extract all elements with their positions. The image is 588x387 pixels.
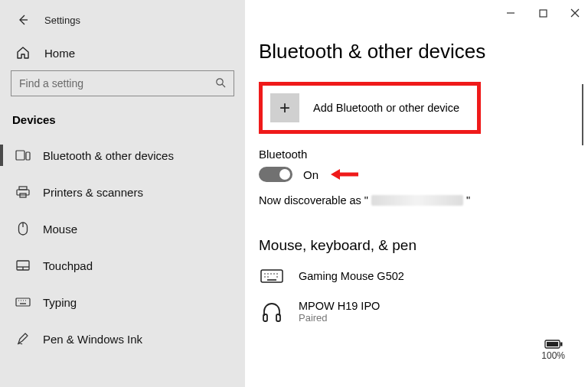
pen-icon bbox=[15, 332, 31, 346]
annotation-arrow-icon bbox=[329, 167, 360, 182]
window-title: Settings bbox=[44, 15, 80, 26]
svg-rect-3 bbox=[16, 151, 24, 160]
nav-section-label: Devices bbox=[0, 110, 245, 137]
home-icon bbox=[15, 46, 31, 60]
discoverable-text: Now discoverable as " " bbox=[259, 194, 565, 207]
redacted-name bbox=[371, 195, 463, 206]
device-row[interactable]: Gaming Mouse G502 bbox=[259, 266, 565, 297]
battery-indicator: 100% bbox=[541, 340, 565, 361]
device-status: Paired bbox=[299, 312, 380, 324]
device-name: Gaming Mouse G502 bbox=[299, 270, 404, 282]
svg-rect-36 bbox=[276, 314, 280, 321]
bluetooth-toggle-row: On bbox=[259, 167, 565, 182]
device-section-title: Mouse, keyboard, & pen bbox=[259, 237, 565, 254]
add-device-button[interactable]: + Add Bluetooth or other device bbox=[259, 82, 481, 134]
device-row[interactable]: MPOW H19 IPO Paired bbox=[259, 297, 565, 337]
svg-point-33 bbox=[276, 276, 278, 278]
home-label: Home bbox=[44, 47, 75, 60]
window-controls bbox=[505, 8, 580, 18]
close-icon bbox=[570, 8, 580, 18]
nav-list: Bluetooth & other devices Printers & sca… bbox=[0, 137, 245, 357]
devices-icon bbox=[15, 149, 31, 161]
nav-item-typing[interactable]: Typing bbox=[0, 284, 245, 320]
svg-marker-24 bbox=[331, 169, 340, 180]
printer-icon bbox=[15, 186, 31, 198]
sidebar: Settings Home Devices Bluetooth & other … bbox=[0, 0, 245, 387]
svg-line-2 bbox=[222, 84, 225, 87]
svg-rect-39 bbox=[560, 343, 563, 346]
svg-rect-35 bbox=[263, 314, 267, 321]
svg-point-28 bbox=[270, 273, 272, 275]
bluetooth-toggle[interactable] bbox=[259, 167, 292, 182]
svg-point-26 bbox=[264, 273, 266, 275]
nav-label: Mouse bbox=[43, 223, 77, 236]
toggle-state-label: On bbox=[303, 168, 318, 181]
svg-rect-20 bbox=[540, 10, 547, 17]
svg-rect-38 bbox=[547, 342, 558, 346]
svg-rect-4 bbox=[26, 152, 30, 160]
nav-label: Bluetooth & other devices bbox=[43, 149, 174, 162]
keyboard-icon bbox=[15, 298, 31, 307]
bluetooth-label: Bluetooth bbox=[259, 148, 565, 161]
minimize-icon bbox=[506, 8, 515, 18]
headphones-device-icon bbox=[259, 302, 285, 322]
maximize-button[interactable] bbox=[537, 8, 548, 18]
svg-point-27 bbox=[267, 273, 269, 275]
nav-label: Printers & scanners bbox=[43, 186, 143, 199]
battery-percent: 100% bbox=[541, 350, 565, 361]
device-name: MPOW H19 IPO bbox=[299, 300, 380, 312]
search-box[interactable] bbox=[11, 70, 234, 96]
search-icon bbox=[215, 77, 226, 90]
svg-point-31 bbox=[264, 276, 266, 278]
nav-item-bluetooth[interactable]: Bluetooth & other devices bbox=[0, 137, 245, 174]
svg-rect-6 bbox=[17, 190, 29, 195]
nav-label: Typing bbox=[43, 296, 77, 309]
svg-point-30 bbox=[276, 273, 278, 275]
svg-point-1 bbox=[217, 78, 223, 84]
minimize-button[interactable] bbox=[505, 8, 516, 18]
plus-icon: + bbox=[270, 93, 299, 122]
maximize-icon bbox=[539, 9, 547, 18]
touchpad-icon bbox=[15, 260, 31, 271]
page-title: Bluetooth & other devices bbox=[259, 40, 565, 63]
add-device-label: Add Bluetooth or other device bbox=[313, 102, 459, 114]
content-pane: Bluetooth & other devices + Add Bluetoot… bbox=[245, 0, 588, 387]
nav-item-mouse[interactable]: Mouse bbox=[0, 210, 245, 247]
svg-point-29 bbox=[273, 273, 275, 275]
nav-label: Touchpad bbox=[43, 259, 93, 272]
svg-point-32 bbox=[267, 276, 269, 278]
back-button[interactable] bbox=[17, 14, 29, 26]
keyboard-device-icon bbox=[259, 269, 285, 283]
close-button[interactable] bbox=[570, 8, 580, 18]
search-input[interactable] bbox=[19, 77, 215, 89]
titlebar: Settings bbox=[0, 8, 245, 32]
nav-label: Pen & Windows Ink bbox=[43, 333, 142, 346]
nav-item-pen[interactable]: Pen & Windows Ink bbox=[0, 320, 245, 357]
nav-item-touchpad[interactable]: Touchpad bbox=[0, 247, 245, 284]
mouse-icon bbox=[15, 222, 31, 236]
svg-rect-5 bbox=[19, 187, 27, 190]
arrow-left-icon bbox=[17, 14, 29, 26]
scrollbar[interactable] bbox=[582, 84, 583, 145]
search-container bbox=[0, 70, 245, 110]
svg-rect-13 bbox=[16, 298, 30, 306]
battery-icon bbox=[544, 340, 563, 349]
nav-item-printers[interactable]: Printers & scanners bbox=[0, 174, 245, 210]
home-nav[interactable]: Home bbox=[0, 32, 245, 70]
